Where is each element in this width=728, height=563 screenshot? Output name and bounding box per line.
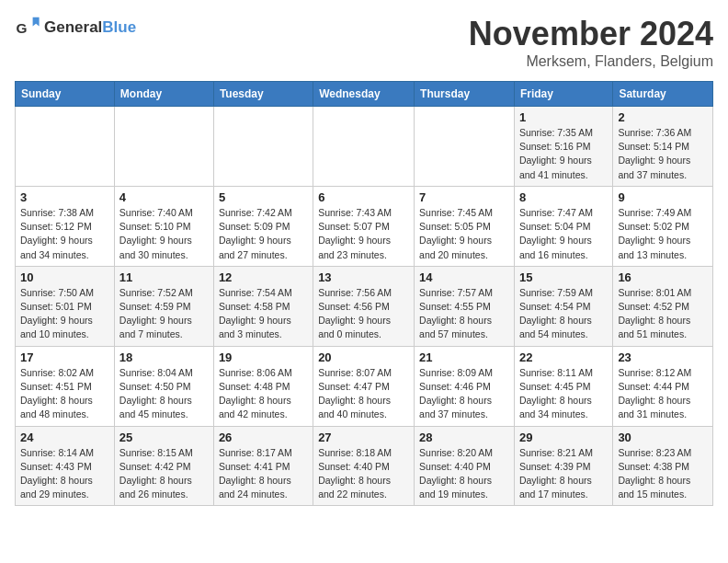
day-number: 5 [219,190,308,204]
calendar-cell: 9Sunrise: 7:49 AMSunset: 5:02 PMDaylight… [613,186,713,266]
calendar-cell: 22Sunrise: 8:11 AMSunset: 4:45 PMDayligh… [514,346,612,426]
weekday-header-tuesday: Tuesday [213,82,313,107]
day-info: Sunrise: 8:15 AMSunset: 4:42 PMDaylight:… [119,446,209,502]
calendar-cell: 1Sunrise: 7:35 AMSunset: 5:16 PMDaylight… [514,107,612,187]
day-number: 18 [119,350,209,364]
day-number: 13 [318,270,409,284]
calendar-cell: 8Sunrise: 7:47 AMSunset: 5:04 PMDaylight… [514,186,612,266]
calendar-cell [114,107,213,187]
day-number: 29 [519,431,608,444]
calendar-cell: 11Sunrise: 7:52 AMSunset: 4:59 PMDayligh… [114,266,213,346]
day-number: 12 [219,270,308,284]
day-info: Sunrise: 8:20 AMSunset: 4:40 PMDaylight:… [419,446,509,502]
day-info: Sunrise: 7:35 AMSunset: 5:16 PMDaylight:… [519,126,608,182]
day-number: 21 [419,350,509,364]
weekday-header-saturday: Saturday [613,82,713,107]
day-number: 22 [519,350,608,364]
day-number: 15 [519,270,608,284]
calendar-cell: 25Sunrise: 8:15 AMSunset: 4:42 PMDayligh… [114,426,213,506]
calendar-week-row: 17Sunrise: 8:02 AMSunset: 4:51 PMDayligh… [16,346,713,426]
day-info: Sunrise: 7:36 AMSunset: 5:14 PMDaylight:… [618,126,708,182]
day-number: 9 [618,190,708,204]
calendar-cell: 24Sunrise: 8:14 AMSunset: 4:43 PMDayligh… [16,426,115,506]
day-number: 4 [119,190,209,204]
calendar-cell: 16Sunrise: 8:01 AMSunset: 4:52 PMDayligh… [613,266,713,346]
calendar-cell: 30Sunrise: 8:23 AMSunset: 4:38 PMDayligh… [613,426,713,506]
weekday-header-wednesday: Wednesday [313,82,415,107]
day-info: Sunrise: 8:01 AMSunset: 4:52 PMDaylight:… [618,286,708,342]
day-number: 10 [20,270,109,284]
calendar-cell: 17Sunrise: 8:02 AMSunset: 4:51 PMDayligh… [16,346,115,426]
calendar-cell: 13Sunrise: 7:56 AMSunset: 4:56 PMDayligh… [313,266,415,346]
calendar-cell: 26Sunrise: 8:17 AMSunset: 4:41 PMDayligh… [213,426,313,506]
day-info: Sunrise: 7:50 AMSunset: 5:01 PMDaylight:… [20,286,109,342]
calendar-cell: 6Sunrise: 7:43 AMSunset: 5:07 PMDaylight… [313,186,415,266]
calendar: SundayMondayTuesdayWednesdayThursdayFrid… [15,81,713,506]
calendar-cell [213,107,313,187]
title-area: November 2024 Merksem, Flanders, Belgium [469,15,713,70]
day-info: Sunrise: 7:45 AMSunset: 5:05 PMDaylight:… [419,206,509,262]
weekday-header-monday: Monday [114,82,213,107]
calendar-cell: 4Sunrise: 7:40 AMSunset: 5:10 PMDaylight… [114,186,213,266]
weekday-header-row: SundayMondayTuesdayWednesdayThursdayFrid… [16,82,713,107]
day-info: Sunrise: 8:21 AMSunset: 4:39 PMDaylight:… [519,446,608,502]
day-number: 19 [219,350,308,364]
day-number: 7 [419,190,509,204]
logo: G General Blue [15,15,136,40]
calendar-cell: 27Sunrise: 8:18 AMSunset: 4:40 PMDayligh… [313,426,415,506]
day-info: Sunrise: 8:23 AMSunset: 4:38 PMDaylight:… [618,446,708,502]
day-info: Sunrise: 8:11 AMSunset: 4:45 PMDaylight:… [519,366,608,422]
day-info: Sunrise: 7:43 AMSunset: 5:07 PMDaylight:… [318,206,409,262]
day-info: Sunrise: 8:04 AMSunset: 4:50 PMDaylight:… [119,366,209,422]
calendar-cell: 7Sunrise: 7:45 AMSunset: 5:05 PMDaylight… [415,186,515,266]
calendar-week-row: 10Sunrise: 7:50 AMSunset: 5:01 PMDayligh… [16,266,713,346]
day-number: 1 [519,110,608,124]
day-info: Sunrise: 8:17 AMSunset: 4:41 PMDaylight:… [219,446,308,502]
day-info: Sunrise: 8:12 AMSunset: 4:44 PMDaylight:… [618,366,708,422]
day-number: 28 [419,431,509,444]
day-number: 26 [219,431,308,444]
day-info: Sunrise: 8:09 AMSunset: 4:46 PMDaylight:… [419,366,509,422]
weekday-header-thursday: Thursday [415,82,515,107]
svg-marker-2 [33,17,40,27]
calendar-week-row: 1Sunrise: 7:35 AMSunset: 5:16 PMDaylight… [16,107,713,187]
weekday-header-sunday: Sunday [16,82,115,107]
calendar-cell: 2Sunrise: 7:36 AMSunset: 5:14 PMDaylight… [613,107,713,187]
day-number: 30 [618,431,708,444]
calendar-cell [313,107,415,187]
day-number: 25 [119,431,209,444]
day-info: Sunrise: 7:49 AMSunset: 5:02 PMDaylight:… [618,206,708,262]
logo-icon: G [15,15,40,40]
calendar-cell: 15Sunrise: 7:59 AMSunset: 4:54 PMDayligh… [514,266,612,346]
calendar-week-row: 3Sunrise: 7:38 AMSunset: 5:12 PMDaylight… [16,186,713,266]
day-info: Sunrise: 8:18 AMSunset: 4:40 PMDaylight:… [318,446,409,502]
day-number: 2 [618,110,708,124]
day-number: 8 [519,190,608,204]
day-info: Sunrise: 7:54 AMSunset: 4:58 PMDaylight:… [219,286,308,342]
calendar-cell: 12Sunrise: 7:54 AMSunset: 4:58 PMDayligh… [213,266,313,346]
calendar-cell: 29Sunrise: 8:21 AMSunset: 4:39 PMDayligh… [514,426,612,506]
day-number: 14 [419,270,509,284]
calendar-cell [415,107,515,187]
day-info: Sunrise: 8:06 AMSunset: 4:48 PMDaylight:… [219,366,308,422]
day-number: 3 [20,190,109,204]
day-info: Sunrise: 7:47 AMSunset: 5:04 PMDaylight:… [519,206,608,262]
day-info: Sunrise: 8:07 AMSunset: 4:47 PMDaylight:… [318,366,409,422]
svg-text:G: G [16,20,27,36]
calendar-cell: 21Sunrise: 8:09 AMSunset: 4:46 PMDayligh… [415,346,515,426]
day-number: 20 [318,350,409,364]
day-info: Sunrise: 8:02 AMSunset: 4:51 PMDaylight:… [20,366,109,422]
calendar-cell: 5Sunrise: 7:42 AMSunset: 5:09 PMDaylight… [213,186,313,266]
day-info: Sunrise: 8:14 AMSunset: 4:43 PMDaylight:… [20,446,109,502]
header: G General Blue November 2024 Merksem, Fl… [15,15,713,70]
calendar-cell: 19Sunrise: 8:06 AMSunset: 4:48 PMDayligh… [213,346,313,426]
day-info: Sunrise: 7:57 AMSunset: 4:55 PMDaylight:… [419,286,509,342]
day-info: Sunrise: 7:52 AMSunset: 4:59 PMDaylight:… [119,286,209,342]
day-info: Sunrise: 7:56 AMSunset: 4:56 PMDaylight:… [318,286,409,342]
calendar-cell: 3Sunrise: 7:38 AMSunset: 5:12 PMDaylight… [16,186,115,266]
day-number: 6 [318,190,409,204]
day-info: Sunrise: 7:42 AMSunset: 5:09 PMDaylight:… [219,206,308,262]
calendar-cell [16,107,115,187]
location-title: Merksem, Flanders, Belgium [469,53,713,70]
month-title: November 2024 [469,15,713,53]
